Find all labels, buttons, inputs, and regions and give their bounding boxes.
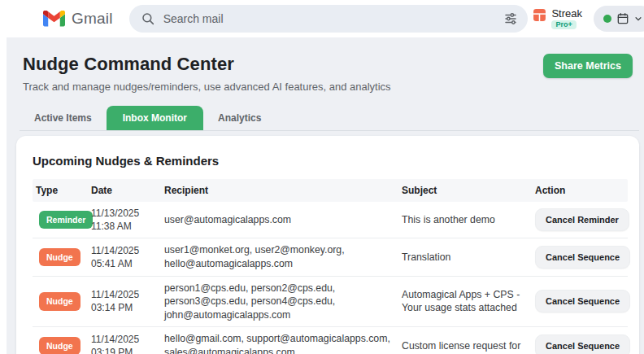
search-icon [141, 11, 155, 26]
column-header-action: Action [532, 179, 628, 202]
left-edge-strip [0, 37, 7, 354]
type-badge: Nudge [39, 248, 80, 266]
type-badge: Reminder [39, 211, 93, 229]
row-subject: Translation [398, 251, 529, 264]
page-subtitle: Track and manage nudges/reminders, use a… [23, 81, 391, 93]
search-options-icon[interactable] [503, 11, 518, 26]
row-action-button[interactable]: Cancel Reminder [535, 208, 629, 231]
topbar-right: Streak Pro+ [533, 6, 644, 32]
gmail-topbar: Gmail [0, 0, 644, 37]
type-badge: Nudge [39, 292, 80, 310]
streak-status-menu[interactable] [594, 6, 644, 32]
table-row: Nudge 11/14/2025 05:41 AM user1@monket.o… [33, 238, 628, 276]
row-recipient: user@automagicalapps.com [161, 213, 395, 227]
upcoming-nudges-card: Upcoming Nudges & Reminders Type Date Re… [16, 136, 639, 354]
row-action-button[interactable]: Cancel Sequence [535, 246, 630, 269]
page-body: Nudge Command Center Track and manage nu… [0, 37, 644, 354]
streak-plan-badge: Pro+ [551, 20, 576, 29]
chevron-down-icon [634, 15, 642, 23]
gmail-logo-icon [43, 11, 65, 28]
row-recipient: hello@gmail.com, support@automagicalapps… [161, 332, 395, 354]
row-recipient: person1@cps.edu, person2@cps.edu, person… [161, 282, 395, 322]
table-row: Reminder 11/13/2025 11:38 AM user@automa… [33, 202, 628, 238]
page-title: Nudge Command Center [23, 54, 391, 75]
streak-logo-icon [533, 8, 546, 22]
row-date: 11/14/2025 03:19 PM [88, 333, 158, 354]
row-subject: Automagical Apps + CPS - Your usage stat… [398, 288, 529, 315]
row-subject: Custom license request for [398, 339, 529, 353]
tab-inbox-monitor[interactable]: Inbox Monitor [107, 106, 203, 130]
row-action-button[interactable]: Cancel Sequence [535, 334, 630, 354]
search-bar[interactable] [129, 5, 528, 33]
row-action-button[interactable]: Cancel Sequence [535, 290, 630, 312]
card-heading: Upcoming Nudges & Reminders [33, 154, 628, 168]
type-badge: Nudge [39, 337, 80, 354]
tab-analytics[interactable]: Analytics [203, 106, 276, 130]
streak-label: Streak [551, 8, 582, 19]
app-window: Gmail [0, 0, 644, 354]
tab-bar: Active Items Inbox Monitor Analytics [20, 106, 639, 131]
row-subject: This is another demo [398, 213, 529, 227]
table-body: Reminder 11/13/2025 11:38 AM user@automa… [33, 202, 628, 354]
column-header-date: Date [88, 179, 158, 202]
table-header-row: Type Date Recipient Subject Action [33, 179, 628, 202]
column-header-recipient: Recipient [161, 179, 395, 202]
table-row: Nudge 11/14/2025 03:14 PM person1@cps.ed… [33, 277, 628, 328]
status-dot-icon [603, 15, 611, 23]
gmail-brand-label: Gmail [72, 10, 113, 28]
row-recipient: user1@monket.org, user2@monkey.org, hell… [161, 243, 395, 270]
calendar-icon [616, 12, 629, 25]
table-row: Nudge 11/14/2025 03:19 PM hello@gmail.co… [33, 327, 628, 354]
column-header-type: Type [33, 179, 85, 202]
share-metrics-button[interactable]: Share Metrics [543, 54, 633, 78]
column-header-subject: Subject [398, 179, 529, 202]
row-date: 11/14/2025 05:41 AM [88, 244, 158, 270]
streak-extension[interactable]: Streak Pro+ [533, 8, 582, 29]
tab-active-items[interactable]: Active Items [20, 106, 107, 130]
page-header: Nudge Command Center Track and manage nu… [7, 37, 644, 93]
row-date: 11/14/2025 03:14 PM [88, 288, 158, 314]
row-date: 11/13/2025 11:38 AM [88, 207, 158, 233]
gmail-brand[interactable]: Gmail [43, 10, 113, 28]
search-input[interactable] [163, 12, 503, 25]
